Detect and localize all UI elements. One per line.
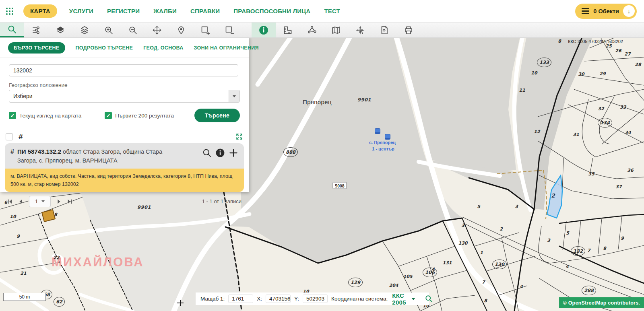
map-label: 5 — [477, 204, 480, 209]
bus-stop-icon — [375, 128, 380, 134]
page-select[interactable]: 1 — [29, 196, 51, 207]
pan-button[interactable] — [145, 23, 169, 37]
map-label: 106 — [423, 268, 437, 277]
tab-geodetic-basis[interactable]: ГЕОД. ОСНОВА — [143, 45, 183, 51]
last-page-button[interactable] — [67, 199, 72, 204]
crs-value[interactable]: ККС 2005 — [392, 292, 406, 306]
map-label: 4 — [566, 264, 569, 269]
scale-label: Мащаб 1: — [200, 296, 225, 302]
map-label: 8 — [603, 246, 606, 251]
y-coordinate-input[interactable]: 502903 — [303, 295, 328, 303]
add-result-icon[interactable] — [229, 148, 238, 158]
first-200-checkbox[interactable]: ✓ — [105, 112, 112, 119]
info-tool-button[interactable] — [252, 23, 276, 37]
map-label: 62 — [54, 297, 65, 307]
map-label: 2 — [500, 227, 503, 232]
pagination-info: 1 - 1 от 1 записи — [202, 198, 242, 204]
map-label: 105 — [403, 274, 413, 279]
first-page-button[interactable] — [7, 199, 13, 204]
map-label: 288 — [582, 286, 596, 295]
menu-icon — [582, 8, 589, 14]
coordinates-axes-button[interactable] — [348, 23, 372, 37]
map-label: 11 — [519, 88, 525, 93]
map-label: 133 — [537, 58, 551, 67]
tab-detailed-search[interactable]: ПОДРОБНО ТЪРСЕНЕ — [76, 45, 133, 51]
overview-map-button[interactable] — [324, 23, 348, 37]
zoom-in-button[interactable] — [97, 23, 121, 37]
crs-chevron-down-icon[interactable] — [411, 298, 415, 300]
x-label: X: — [257, 296, 262, 302]
objects-count-label: 0 Обекти — [593, 8, 619, 14]
status-search-icon[interactable] — [425, 295, 433, 303]
map-label: 30 — [578, 72, 584, 77]
map-label: 4 — [431, 267, 435, 272]
map-label: 32 — [598, 106, 604, 111]
x-coordinate-input[interactable]: 4703156 — [266, 295, 291, 303]
select-all-checkbox[interactable] — [6, 133, 13, 140]
apps-grid-icon[interactable] — [6, 7, 14, 16]
search-button[interactable]: Търсене — [194, 109, 240, 122]
nav-item-registri[interactable]: РЕГИСТРИ — [107, 8, 140, 14]
zoom-out-button[interactable] — [121, 23, 145, 37]
map-scale-bar: 50 m — [3, 293, 46, 301]
measure-ruler-button[interactable] — [276, 23, 300, 37]
map-label: 10 — [10, 214, 16, 219]
rect-zoom-in-button[interactable] — [193, 23, 217, 37]
result-info-icon[interactable] — [215, 148, 225, 158]
map-label: 28 — [635, 62, 641, 67]
map-label: 3 — [515, 204, 518, 209]
osm-attribution[interactable]: © OpenStreetMap contributors. — [559, 297, 644, 308]
map-label: 204 — [389, 283, 398, 288]
layers-filled-button[interactable] — [48, 23, 72, 37]
map-label: 130 — [458, 241, 468, 246]
scale-value-input[interactable]: 1761 — [228, 295, 253, 303]
selection-tools-button[interactable] — [24, 23, 48, 37]
nav-item-uslugi[interactable]: УСЛУГИ — [69, 8, 93, 14]
location-marker-button[interactable] — [169, 23, 193, 37]
export-document-button[interactable] — [372, 23, 396, 37]
map-label: 7 — [587, 248, 590, 253]
map-label: 9901 — [357, 97, 371, 103]
previous-page-button[interactable] — [18, 199, 24, 204]
attribution-text: © OpenStreetMap contributors. — [563, 300, 640, 306]
geo-location-label: Географско положение — [9, 82, 240, 88]
nav-item-karta[interactable]: КАРТА — [23, 4, 57, 18]
tab-restriction-zones[interactable]: ЗОНИ НА ОГРАНИЧЕНИЯ — [194, 45, 259, 51]
map-label: 37 — [615, 184, 621, 189]
layers-stack-button[interactable] — [72, 23, 97, 37]
current-view-label: Текущ изглед на картата — [19, 113, 81, 119]
top-navigation: КАРТА УСЛУГИ РЕГИСТРИ ЖАЛБИ СПРАВКИ ПРАВ… — [0, 0, 644, 22]
map-label: 33 — [620, 105, 626, 110]
download-arrow-icon[interactable]: ↓ — [623, 5, 635, 17]
map-label: 10 — [531, 70, 537, 76]
tab-quick-search[interactable]: БЪРЗО ТЪРСЕНЕ — [8, 42, 65, 54]
geo-location-select[interactable]: Избери — [9, 90, 240, 103]
next-page-button[interactable] — [56, 199, 62, 204]
nav-item-zhalbi[interactable]: ЖАЛБИ — [153, 8, 177, 14]
zoom-to-result-icon[interactable] — [202, 148, 212, 158]
pagination: 1 1 - 1 от 1 записи — [7, 196, 242, 207]
map-label: 5 — [566, 231, 569, 236]
bus-stop-label: 1 - център — [372, 146, 394, 151]
map-label: 31 — [573, 132, 579, 137]
print-button[interactable] — [396, 23, 421, 37]
nav-item-test[interactable]: ТЕСТ — [324, 8, 340, 14]
objects-button[interactable]: 0 Обекти ↓ — [575, 4, 637, 19]
bus-stop-label: с. Пряпорец — [369, 140, 396, 145]
expand-results-icon[interactable] — [235, 133, 243, 140]
bus-stop-icon — [385, 134, 390, 140]
rect-zoom-out-button[interactable] — [217, 23, 242, 37]
map-label: 8 — [54, 212, 57, 217]
nav-item-spravki[interactable]: СПРАВКИ — [190, 8, 220, 14]
current-view-checkbox[interactable]: ✓ — [9, 112, 16, 119]
map-label: 5008 — [332, 182, 347, 189]
map-label: 29 — [599, 71, 605, 76]
map-label: 12 — [534, 129, 540, 134]
crs-label: Координатна система: — [331, 296, 388, 302]
result-item[interactable]: # ПИ 58743.132.2 област Стара Загора, об… — [5, 143, 244, 192]
nav-item-pravosposobni-lica[interactable]: ПРАВОСПОСОБНИ ЛИЦА — [233, 8, 310, 14]
chevron-down-icon[interactable] — [229, 90, 239, 102]
search-query-input[interactable] — [9, 64, 238, 76]
search-tool-button[interactable] — [0, 23, 24, 37]
measure-area-button[interactable] — [300, 23, 324, 37]
